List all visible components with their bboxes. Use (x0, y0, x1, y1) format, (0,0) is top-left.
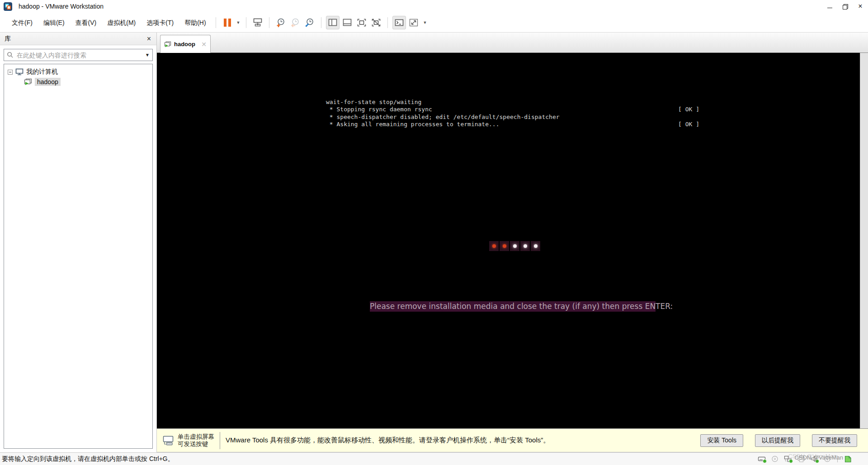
menu-toolbar: 文件(F)编辑(E)查看(V)虚拟机(M)选项卡(T)帮助(H) ▼ (0, 13, 868, 33)
library-title: 库 (5, 35, 11, 43)
keyboard-hint-icon (162, 435, 174, 446)
usb-status-icon[interactable] (823, 455, 832, 463)
library-close-button[interactable]: × (146, 35, 152, 43)
tree-item-hadoop[interactable]: hadoop (6, 77, 151, 87)
tools-message: VMware Tools 具有很多功能，能改善鼠标移动性、视频和性能。请登录客户… (226, 436, 550, 445)
suspend-menu-caret-icon[interactable]: ▼ (235, 20, 242, 25)
vmware-workstation-window: hadoop - VMware Workstation × 文件(F)编辑(E)… (0, 0, 868, 465)
console-line: * Asking all remaining processes to term… (326, 121, 699, 128)
library-panel: 库 × ▼ 我的计算机 (0, 33, 157, 452)
console-line: wait-for-state stop/waiting (326, 99, 699, 106)
vm-icon (164, 41, 171, 47)
console-output: wait-for-state stop/waiting * Stopping r… (326, 99, 699, 128)
status-bar: 要将输入定向到该虚拟机，请在虚拟机内部单击或按 Ctrl+G。 (0, 452, 868, 465)
menu-item-1[interactable]: 编辑(E) (38, 16, 70, 29)
minimize-button[interactable] (822, 0, 837, 12)
console-view-icon (394, 18, 404, 27)
boot-dot-tile (520, 241, 530, 251)
manage-snapshots-button[interactable] (303, 16, 316, 29)
computer-icon (15, 68, 24, 76)
window-controls: × (822, 0, 868, 13)
vm-screen[interactable]: wait-for-state stop/waiting * Stopping r… (157, 53, 860, 428)
tab-strip: hadoop ✕ (157, 33, 868, 53)
boot-dot-tile (531, 241, 540, 251)
free-stretch-icon (409, 18, 419, 27)
toolbar-separator (246, 17, 246, 28)
harddisk-status-icon[interactable] (757, 455, 766, 463)
console-line: * Stopping rsync daemon rsync[ OK ] (326, 106, 699, 113)
status-separator (837, 456, 838, 462)
toolbar-separator (269, 17, 269, 28)
restore-icon (843, 4, 847, 9)
take-snapshot-button[interactable] (274, 16, 288, 29)
console-line: * speech-dispatcher disabled; edit /etc/… (326, 114, 699, 121)
network-status-icon[interactable] (783, 455, 793, 463)
vmware-tools-bar: 单击虚拟屏幕 可发送按键 VMware Tools 具有很多功能，能改善鼠标移动… (157, 428, 868, 452)
stretch-menu-caret-icon[interactable]: ▼ (421, 20, 429, 25)
menu-item-2[interactable]: 查看(V) (70, 16, 102, 29)
boot-dots (489, 241, 541, 251)
message-log-icon[interactable] (843, 455, 852, 463)
removal-prompt: Please remove installation media and clo… (370, 301, 656, 312)
boot-dot-white (513, 244, 517, 248)
tools-buttons: 安装 Tools 以后提醒我 不要提醒我 (700, 434, 857, 447)
toolbar-separator (387, 17, 388, 28)
menu-item-0[interactable]: 文件(F) (6, 16, 38, 29)
printer-status-icon[interactable] (797, 455, 806, 463)
search-dropdown-caret-icon[interactable]: ▼ (142, 52, 150, 57)
toolbar-separator (216, 17, 216, 28)
library-tree: 我的计算机 hadoop (4, 64, 153, 449)
tab-close-button[interactable]: ✕ (201, 41, 207, 47)
restore-button[interactable] (837, 0, 853, 12)
toolbar-separator (321, 17, 321, 28)
library-header: 库 × (0, 33, 156, 45)
never-remind-button[interactable]: 不要提醒我 (812, 434, 857, 447)
tools-hint-line1: 单击虚拟屏幕 (178, 433, 214, 441)
menu-bar: 文件(F)编辑(E)查看(V)虚拟机(M)选项卡(T)帮助(H) (6, 16, 212, 29)
vm-icon (24, 78, 32, 85)
tree-item-label: 我的计算机 (26, 68, 58, 76)
device-status-icons (757, 455, 852, 463)
tree-item-label-selected: hadoop (35, 78, 61, 86)
menu-item-4[interactable]: 选项卡(T) (141, 16, 179, 29)
menu-item-3[interactable]: 虚拟机(M) (102, 16, 141, 29)
show-thumbnail-bar-button[interactable] (340, 16, 354, 29)
revert-snapshot-icon (290, 18, 300, 28)
menu-item-5[interactable]: 帮助(H) (179, 16, 211, 29)
status-message: 要将输入定向到该虚拟机，请在虚拟机内部单击或按 Ctrl+G。 (2, 455, 174, 463)
collapse-expander-icon[interactable] (8, 70, 13, 75)
minimize-icon (827, 8, 832, 8)
boot-dot-white (534, 244, 538, 248)
vm-search-box: ▼ (4, 49, 153, 61)
close-icon: × (858, 3, 862, 10)
manage-snapshots-icon (305, 18, 315, 28)
install-tools-button[interactable]: 安装 Tools (700, 434, 743, 447)
take-snapshot-icon (276, 18, 286, 28)
window-title: hadoop - VMware Workstation (19, 3, 104, 10)
show-library-button[interactable] (326, 16, 340, 29)
revert-snapshot-button[interactable] (288, 16, 302, 29)
vm-search-input[interactable] (17, 52, 142, 59)
tools-hint-line2: 可发送按键 (178, 441, 214, 448)
tree-item-my-computer[interactable]: 我的计算机 (6, 67, 151, 77)
close-button[interactable]: × (853, 0, 868, 12)
console-view-button[interactable] (392, 16, 406, 29)
free-stretch-button[interactable] (407, 16, 420, 29)
remind-later-button[interactable]: 以后提醒我 (755, 434, 800, 447)
cdrom-status-icon[interactable] (770, 455, 779, 463)
send-ctrl-alt-del-button[interactable] (251, 16, 264, 29)
unity-button[interactable] (369, 16, 383, 29)
suspend-button[interactable] (221, 16, 234, 29)
boot-dot-red (492, 244, 496, 248)
boot-dot-red (503, 244, 506, 248)
boot-dot-tile (489, 241, 499, 251)
vm-screen-right-gutter (860, 53, 868, 428)
search-icon (7, 52, 14, 58)
pause-icon (224, 19, 231, 27)
fullscreen-button[interactable] (355, 16, 368, 29)
vm-tab-hadoop[interactable]: hadoop ✕ (160, 35, 211, 53)
sound-status-icon[interactable] (810, 455, 819, 463)
boot-dot-tile (510, 241, 519, 251)
vmware-logo-icon (4, 2, 12, 11)
boot-dot-tile (500, 241, 509, 251)
